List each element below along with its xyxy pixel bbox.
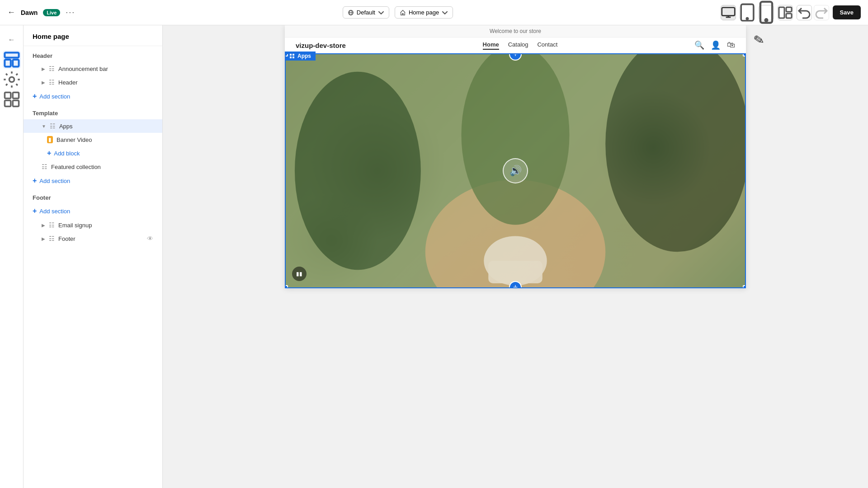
resize-handle-tr[interactable] — [743, 53, 746, 56]
sidebar-item-email-signup[interactable]: ▶ ☷ Email signup — [24, 218, 162, 232]
sidebar-item-banner-video[interactable]: ▮ Banner Video — [24, 133, 162, 146]
sidebar-item-apps[interactable]: ▼ ☷ Apps — [24, 119, 162, 133]
add-section-template-label: Add section — [39, 178, 70, 184]
resize-handle-tl[interactable] — [285, 53, 288, 56]
search-icon[interactable]: 🔍 — [694, 40, 704, 50]
svg-rect-3 — [722, 8, 734, 16]
svg-rect-14 — [5, 60, 10, 67]
back-icon[interactable]: ← — [7, 8, 15, 17]
default-dropdown[interactable]: Default — [343, 6, 389, 19]
svg-rect-32 — [488, 261, 542, 283]
live-badge: Live — [43, 9, 60, 16]
desktop-view-button[interactable] — [721, 5, 736, 20]
svg-point-9 — [765, 19, 767, 22]
sidebar-item-announcement[interactable]: ▶ ☷ Announcement bar — [24, 62, 162, 75]
account-icon[interactable]: 👤 — [711, 40, 721, 50]
svg-rect-23 — [290, 56, 292, 58]
svg-rect-15 — [13, 60, 19, 67]
footer-icon: ☷ — [49, 235, 55, 242]
sidebar-item-header[interactable]: ▶ ☷ Header — [24, 75, 162, 89]
svg-rect-11 — [786, 7, 792, 12]
svg-rect-10 — [779, 7, 784, 18]
apps-section-tag: Apps — [285, 52, 316, 61]
add-section-template-button[interactable]: + Add section — [24, 174, 162, 188]
svg-rect-17 — [5, 92, 10, 98]
main-layout: ← Home page Header ▶ ☷ Announcement bar — [0, 25, 868, 488]
svg-rect-18 — [13, 92, 19, 98]
store-logo: vizup-dev-store — [296, 42, 346, 49]
topbar: ← Dawn Live ··· Default Home page — [0, 0, 868, 25]
sidebar-title: Home page — [24, 25, 162, 46]
tablet-view-button[interactable] — [740, 5, 755, 20]
svg-point-28 — [295, 72, 421, 270]
nav-settings-icon[interactable] — [3, 70, 21, 89]
more-button[interactable]: ··· — [66, 8, 75, 17]
add-section-footer-label: Add section — [39, 208, 70, 215]
layout-view-button[interactable] — [778, 5, 793, 20]
sidebar-item-featured-collection[interactable]: ☷ Featured collection — [24, 160, 162, 174]
header-icon: ☷ — [49, 79, 55, 86]
redo-button[interactable] — [814, 5, 829, 20]
nav-catalog-link[interactable]: Catalog — [508, 41, 528, 50]
hero-section[interactable]: + — [285, 53, 746, 288]
mobile-view-button[interactable] — [759, 5, 774, 20]
topbar-right: Save — [721, 5, 861, 20]
chevron-right-icon2: ▶ — [42, 80, 45, 85]
resize-handle-bl[interactable] — [285, 285, 288, 288]
apps-icon — [3, 90, 21, 108]
store-nav: Home Catalog Contact — [483, 41, 558, 50]
template-label: Template — [24, 103, 162, 119]
audio-control-button[interactable]: 🔊 — [503, 158, 528, 183]
topbar-left: ← Dawn Live ··· — [7, 8, 75, 17]
preview-area: Welcome to our store vizup-dev-store Hom… — [163, 25, 868, 488]
homepage-dropdown[interactable]: Home page — [395, 6, 453, 19]
svg-rect-20 — [13, 100, 19, 106]
chevron-down-icon2 — [442, 9, 448, 16]
redo-icon — [814, 6, 829, 19]
svg-rect-24 — [292, 56, 294, 58]
hero-image: 🔊 ▮▮ — [286, 54, 745, 287]
save-button[interactable]: Save — [833, 5, 861, 19]
collection-icon: ☷ — [42, 163, 47, 170]
tablet-icon — [740, 3, 755, 22]
desktop-icon — [721, 7, 736, 18]
store-action-icons: 🔍 👤 🛍 — [694, 40, 735, 50]
header-label: Header — [24, 46, 162, 62]
nav-apps-icon[interactable] — [3, 90, 21, 108]
nav-back-icon[interactable]: ← — [3, 31, 21, 49]
chevron-right-icon4: ▶ — [42, 236, 45, 241]
mobile-icon — [759, 0, 774, 24]
banner-icon: ▮ — [47, 136, 53, 143]
nav-contact-link[interactable]: Contact — [537, 41, 557, 50]
chevron-down-icon3: ▼ — [42, 124, 46, 129]
svg-rect-13 — [5, 52, 19, 57]
preview-frame: Welcome to our store vizup-dev-store Hom… — [285, 25, 746, 288]
topbar-center: Default Home page — [343, 6, 453, 19]
add-section-footer-button[interactable]: + Add section — [24, 204, 162, 218]
template-group: Template ▼ ☷ Apps ▮ Banner Video + Add b… — [24, 103, 162, 188]
pause-button[interactable]: ▮▮ — [292, 267, 307, 281]
nav-sections-icon[interactable] — [3, 51, 21, 69]
svg-rect-22 — [292, 54, 294, 56]
svg-point-7 — [746, 18, 748, 19]
nav-home-link[interactable]: Home — [483, 41, 499, 50]
chevron-right-icon: ▶ — [42, 66, 45, 71]
svg-rect-19 — [5, 100, 10, 106]
gear-icon — [3, 70, 21, 89]
cart-icon[interactable]: 🛍 — [727, 40, 735, 50]
footer-section-label: Footer — [24, 188, 162, 204]
chevron-right-icon3: ▶ — [42, 223, 45, 228]
email-icon: ☷ — [49, 221, 55, 229]
grid-icon: ☷ — [49, 65, 55, 72]
add-section-header-button[interactable]: + Add section — [24, 89, 162, 103]
undo-button[interactable] — [797, 5, 812, 20]
sidebar-item-footer[interactable]: ▶ ☷ Footer 👁 — [24, 232, 162, 245]
undo-redo-group — [797, 5, 829, 20]
globe-icon — [348, 9, 354, 16]
add-block-button[interactable]: + Add block — [24, 146, 162, 160]
visibility-icon: 👁 — [147, 235, 153, 242]
add-block-label: Add block — [54, 150, 80, 157]
resize-handle-br[interactable] — [743, 285, 746, 288]
store-topbar: vizup-dev-store Home Catalog Contact 🔍 👤… — [285, 38, 746, 53]
header-group: Header ▶ ☷ Announcement bar ▶ ☷ Header +… — [24, 46, 162, 103]
